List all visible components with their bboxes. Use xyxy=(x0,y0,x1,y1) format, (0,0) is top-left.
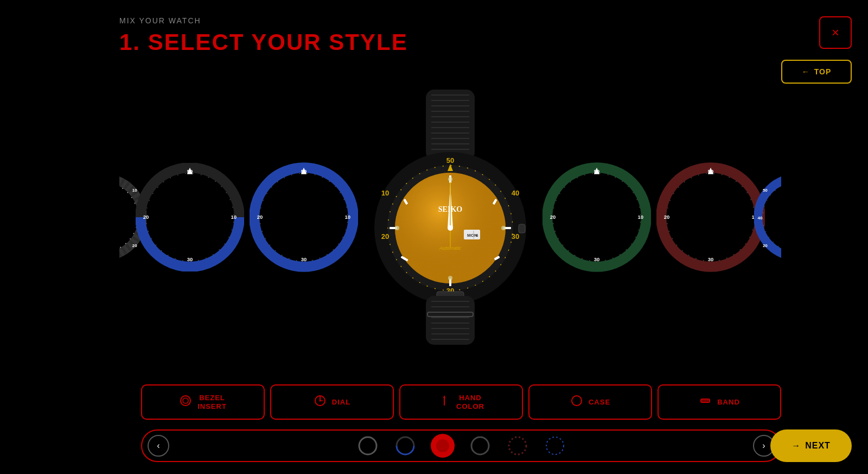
bezel-item-4[interactable]: 50 10 30 20 xyxy=(542,155,651,280)
svg-marker-116 xyxy=(443,395,445,398)
tab-case[interactable]: CASE xyxy=(528,384,652,420)
svg-point-131 xyxy=(471,437,489,454)
tab-hand-color[interactable]: HANDCOLOR xyxy=(399,384,523,420)
svg-point-117 xyxy=(572,396,582,406)
close-icon: × xyxy=(832,25,839,40)
svg-point-89 xyxy=(547,168,647,267)
svg-text:30: 30 xyxy=(512,232,519,241)
svg-text:20: 20 xyxy=(143,214,149,220)
svg-text:30: 30 xyxy=(594,256,600,262)
top-arrow-icon: ← xyxy=(802,67,810,76)
svg-text:20: 20 xyxy=(664,214,670,220)
header-subtitle: MIX YOUR WATCH xyxy=(119,16,408,25)
header-title: 1. SELECT YOUR STYLE xyxy=(119,29,408,55)
svg-point-97 xyxy=(667,173,755,261)
svg-point-114 xyxy=(319,400,321,402)
svg-point-19 xyxy=(260,173,348,261)
svg-text:20: 20 xyxy=(550,214,556,220)
watch-center: 50 40 30 30 20 10 xyxy=(363,92,537,342)
svg-point-76 xyxy=(448,225,453,231)
watch-svg: 50 40 30 30 20 10 xyxy=(369,90,532,345)
next-button[interactable]: → NEXT xyxy=(770,429,852,462)
selector-dot-5[interactable] xyxy=(543,434,567,458)
next-arrow-icon: › xyxy=(762,441,765,451)
svg-text:20: 20 xyxy=(257,214,263,220)
svg-point-64 xyxy=(501,226,506,230)
svg-text:40: 40 xyxy=(757,216,762,220)
svg-point-130 xyxy=(436,439,449,452)
svg-text:40: 40 xyxy=(512,189,519,197)
dial-icon xyxy=(314,394,327,410)
top-button-label: TOP xyxy=(814,67,832,76)
svg-text:50: 50 xyxy=(763,188,768,193)
next-button-label: NEXT xyxy=(805,441,831,451)
svg-point-133 xyxy=(546,437,564,454)
svg-text:10: 10 xyxy=(345,214,351,220)
tab-band[interactable]: BAND xyxy=(658,384,781,420)
svg-text:6: 6 xyxy=(476,233,478,238)
svg-point-18 xyxy=(254,168,354,267)
selector-row: ‹ xyxy=(141,429,781,462)
close-button[interactable]: × xyxy=(819,16,852,49)
tab-bezel-label: BEZELINSERT xyxy=(197,394,227,410)
svg-text:30: 30 xyxy=(708,256,714,262)
bezel-item-1[interactable]: 50 10 30 20 xyxy=(136,155,244,280)
side-label: CUSTOM WATCH BEAT MAKER xyxy=(0,0,108,474)
case-icon xyxy=(570,394,583,410)
bezel-icon xyxy=(179,394,192,410)
svg-point-63 xyxy=(448,276,452,280)
svg-point-110 xyxy=(183,398,188,403)
prev-arrow-icon: ‹ xyxy=(157,441,159,451)
tab-case-label: CASE xyxy=(589,398,610,407)
selector-dot-4[interactable] xyxy=(506,434,529,458)
svg-rect-79 xyxy=(426,296,475,345)
bezel-item-6[interactable]: 50 40 20 xyxy=(754,157,781,277)
header: MIX YOUR WATCH 1. SELECT YOUR STYLE xyxy=(119,16,408,55)
svg-rect-77 xyxy=(519,224,525,233)
svg-text:20: 20 xyxy=(381,232,389,241)
category-tabs: BEZELINSERT DIAL HANDCOLOR CASE BAND xyxy=(141,384,781,420)
next-arrow-label: → xyxy=(792,441,801,451)
band-icon xyxy=(699,394,712,410)
tab-dial-label: DIAL xyxy=(332,398,350,407)
svg-text:10: 10 xyxy=(381,189,389,197)
prev-arrow-button[interactable]: ‹ xyxy=(148,435,169,457)
svg-point-96 xyxy=(661,168,761,267)
svg-point-132 xyxy=(509,437,526,454)
selector-dot-3[interactable] xyxy=(468,434,492,458)
svg-point-90 xyxy=(553,173,641,261)
svg-text:50: 50 xyxy=(446,156,454,165)
tab-band-label: BAND xyxy=(717,398,740,407)
tab-dial[interactable]: DIAL xyxy=(270,384,394,420)
selector-dot-2[interactable] xyxy=(431,434,455,458)
tab-bezel[interactable]: BEZELINSERT xyxy=(141,384,265,420)
selector-dots xyxy=(169,434,753,458)
svg-text:20: 20 xyxy=(763,243,768,248)
svg-text:10: 10 xyxy=(638,214,644,220)
tab-hand-color-label: HANDCOLOR xyxy=(456,394,484,410)
svg-text:30: 30 xyxy=(301,256,307,262)
selector-dot-1[interactable] xyxy=(393,434,417,458)
bezel-item-5[interactable]: 50 10 30 20 xyxy=(656,155,765,280)
top-button[interactable]: ← TOP xyxy=(781,60,852,84)
svg-point-65 xyxy=(395,226,399,230)
watch-display: 10 50 20 50 10 30 20 xyxy=(119,76,781,358)
svg-text:30: 30 xyxy=(187,256,193,262)
svg-point-109 xyxy=(181,396,190,406)
svg-point-12 xyxy=(146,173,234,261)
svg-point-124 xyxy=(359,437,376,454)
bezel-item-2[interactable]: 50 10 30 20 xyxy=(250,155,358,280)
hand-color-icon xyxy=(438,394,451,410)
selector-dot-0[interactable] xyxy=(356,434,380,458)
svg-text:10: 10 xyxy=(231,214,237,220)
